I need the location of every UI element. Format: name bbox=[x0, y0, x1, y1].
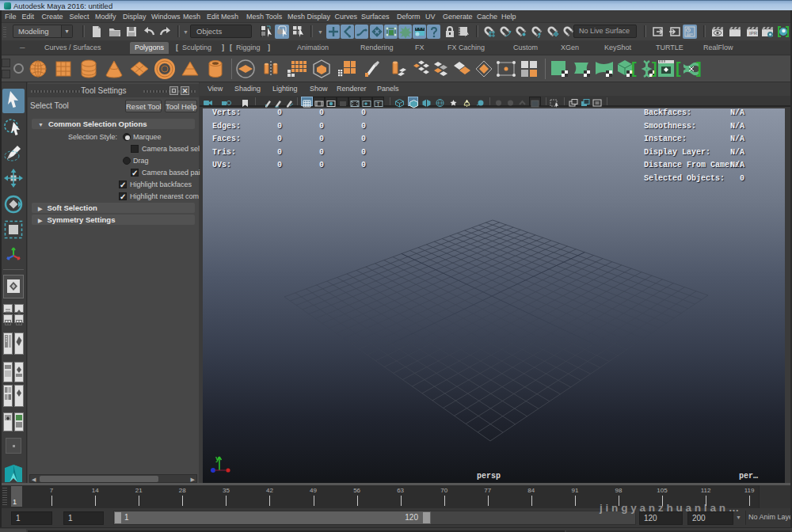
svg-text:IPR: IPR bbox=[749, 31, 758, 36]
svg-text:T: T bbox=[377, 101, 380, 107]
svg-text:y: y bbox=[215, 454, 219, 462]
